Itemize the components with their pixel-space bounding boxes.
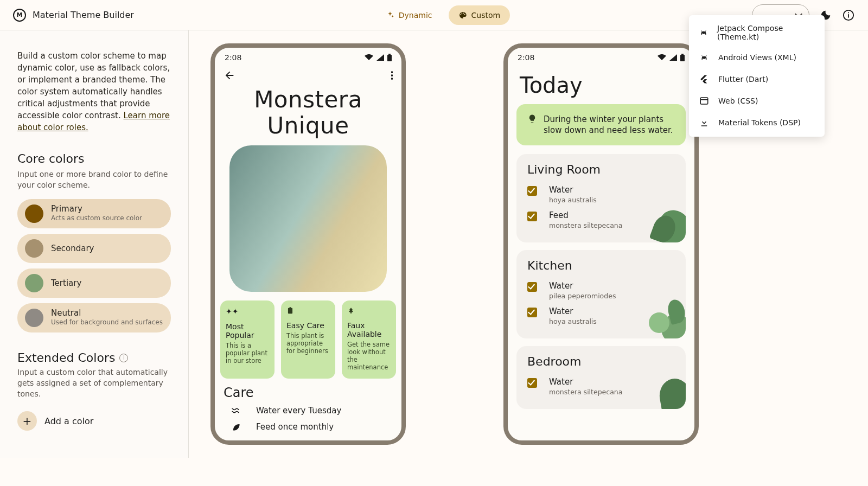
plus-icon: + bbox=[17, 411, 37, 431]
web-icon bbox=[699, 95, 710, 106]
android-icon bbox=[699, 27, 709, 38]
chip-title: Secondary bbox=[51, 244, 94, 253]
tab-custom[interactable]: Custom bbox=[449, 5, 510, 25]
status-time: 2:08 bbox=[518, 53, 534, 62]
hero-image bbox=[229, 145, 387, 292]
task-title: Water bbox=[549, 185, 597, 195]
task-sub: pilea peperomiodes bbox=[549, 292, 616, 300]
status-icons bbox=[658, 54, 685, 61]
clipboard-icon bbox=[286, 307, 330, 315]
add-color-button[interactable]: + Add a color bbox=[17, 411, 171, 431]
care-heading: Care bbox=[215, 379, 401, 402]
menu-item-flutter[interactable]: Flutter (Dart) bbox=[689, 68, 825, 90]
export-menu: Jetpack Compose (Theme.kt) Android Views… bbox=[689, 15, 825, 137]
task-row[interactable]: Water pilea peperomiodes bbox=[527, 278, 675, 303]
extended-colors-heading: Extended Colors bbox=[17, 351, 115, 364]
status-icons bbox=[365, 54, 392, 61]
menu-item-label: Android Views (XML) bbox=[718, 53, 796, 62]
task-row[interactable]: Water hoya australis bbox=[527, 182, 675, 207]
checkbox-icon[interactable] bbox=[527, 282, 537, 292]
care-row: Feed once monthly bbox=[215, 419, 401, 435]
wifi-icon bbox=[658, 54, 666, 61]
sidebar: Build a custom color scheme to map dynam… bbox=[0, 30, 189, 458]
waves-icon bbox=[231, 407, 241, 414]
android-icon bbox=[699, 52, 710, 63]
checkbox-icon[interactable] bbox=[527, 212, 537, 221]
sparkle-icon bbox=[386, 11, 394, 20]
svg-rect-6 bbox=[388, 54, 391, 55]
info-icon bbox=[843, 9, 854, 21]
task-sub: monstera siltepecana bbox=[549, 388, 622, 396]
core-colors-sub: Input one or more brand color to define … bbox=[17, 169, 171, 190]
color-chip-tertiary[interactable]: Tertiary bbox=[17, 268, 171, 298]
sparkle-icon: ✦✦ bbox=[226, 307, 269, 316]
add-color-label: Add a color bbox=[44, 416, 93, 426]
chip-title: Primary bbox=[51, 204, 142, 214]
menu-item-label: Jetpack Compose (Theme.kt) bbox=[717, 24, 815, 41]
back-icon[interactable] bbox=[224, 69, 235, 81]
status-time: 2:08 bbox=[225, 53, 241, 62]
tip-text: During the winter your plants slow down … bbox=[544, 114, 675, 136]
chip-title: Tertiary bbox=[51, 279, 81, 288]
info-button[interactable] bbox=[842, 9, 855, 22]
app-logo: M bbox=[13, 9, 26, 22]
color-chip-secondary[interactable]: Secondary bbox=[17, 234, 171, 263]
menu-item-android-xml[interactable]: Android Views (XML) bbox=[689, 47, 825, 68]
checkbox-icon[interactable] bbox=[527, 186, 537, 196]
tree-icon bbox=[347, 307, 391, 315]
menu-item-label: Material Tokens (DSP) bbox=[718, 118, 801, 127]
task-sub: monstera siltepecana bbox=[549, 221, 622, 229]
swatch-secondary bbox=[25, 239, 43, 258]
flutter-icon bbox=[699, 74, 710, 85]
preview-phone-detail: 2:08 MonsteraUnique ✦ bbox=[210, 43, 406, 445]
card-title: Easy Care bbox=[286, 321, 330, 330]
signal-icon bbox=[376, 54, 384, 61]
task-title: Water bbox=[549, 377, 622, 387]
lightbulb-icon bbox=[527, 114, 537, 136]
preview-phone-today: 2:08 Today During the winter your plants… bbox=[503, 43, 699, 445]
menu-item-compose[interactable]: Jetpack Compose (Theme.kt) bbox=[689, 18, 825, 47]
swatch-primary bbox=[25, 204, 43, 223]
menu-item-label: Web (CSS) bbox=[718, 97, 758, 105]
plant-decoration bbox=[642, 204, 686, 242]
card-title: Faux Available bbox=[347, 321, 391, 338]
tip-card: During the winter your plants slow down … bbox=[516, 104, 686, 145]
room-card-kitchen: Kitchen Water pilea peperomiodes Water h… bbox=[516, 250, 686, 338]
svg-rect-7 bbox=[680, 55, 685, 61]
app-title: Material Theme Builder bbox=[33, 10, 134, 20]
svg-rect-3 bbox=[700, 98, 708, 104]
topbar: M Material Theme Builder Dynamic Custom bbox=[0, 0, 868, 30]
overflow-icon[interactable] bbox=[391, 71, 393, 80]
card-title: Most Popular bbox=[226, 322, 269, 340]
palette-icon bbox=[458, 11, 467, 20]
swatch-tertiary bbox=[25, 274, 43, 292]
hero-title: MonsteraUnique bbox=[215, 87, 401, 139]
feature-card: ✦✦ Most Popular This is a popular plant … bbox=[220, 300, 275, 379]
wifi-icon bbox=[365, 54, 373, 61]
extended-colors-sub: Input a custom color that automatically … bbox=[17, 367, 171, 399]
color-chip-neutral[interactable]: Neutral Used for background and surfaces bbox=[17, 303, 171, 332]
checkbox-icon[interactable] bbox=[527, 308, 537, 317]
feature-card: Faux Available Get the same look without… bbox=[342, 300, 396, 379]
task-sub: hoya australis bbox=[549, 196, 597, 204]
menu-item-tokens-dsp[interactable]: Material Tokens (DSP) bbox=[689, 112, 825, 133]
task-title: Water bbox=[549, 306, 597, 316]
task-title: Water bbox=[549, 281, 616, 291]
care-label: Feed once monthly bbox=[256, 422, 334, 432]
color-chip-primary[interactable]: Primary Acts as custom source color bbox=[17, 199, 171, 228]
menu-item-web-css[interactable]: Web (CSS) bbox=[689, 90, 825, 112]
tab-dynamic[interactable]: Dynamic bbox=[376, 5, 442, 25]
svg-rect-1 bbox=[848, 14, 849, 17]
card-sub: This is a popular plant in our store bbox=[226, 342, 269, 364]
download-icon bbox=[699, 117, 710, 128]
feature-card: Easy Care This plant is appropriate for … bbox=[281, 300, 335, 379]
plant-decoration bbox=[642, 371, 686, 409]
care-row: Water every Tuesday bbox=[215, 402, 401, 419]
menu-item-label: Flutter (Dart) bbox=[718, 75, 768, 84]
info-icon[interactable]: i bbox=[119, 354, 128, 362]
tab-custom-label: Custom bbox=[471, 11, 501, 20]
chip-sub: Acts as custom source color bbox=[51, 214, 142, 223]
chip-title: Neutral bbox=[51, 309, 163, 318]
checkbox-icon[interactable] bbox=[527, 378, 537, 388]
room-title: Living Room bbox=[527, 163, 675, 176]
